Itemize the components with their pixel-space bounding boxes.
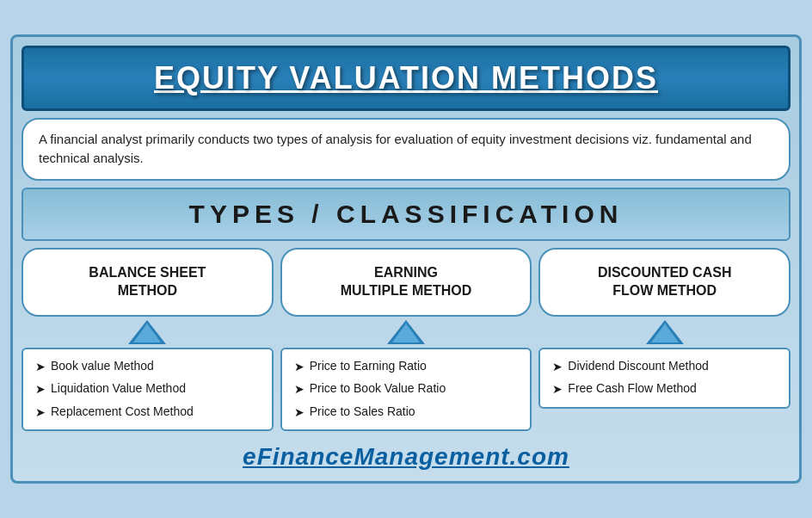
- method-box-dcf: DISCOUNTED CASHFLOW METHOD: [538, 248, 790, 317]
- list-item: ➤ Price to Earning Ratio: [294, 358, 519, 376]
- main-container: EQUITY VALUATION METHODS A financial ana…: [10, 34, 802, 484]
- arrow-earning-multiple: [280, 317, 532, 348]
- method-title-earning-multiple: EARNINGMULTIPLE METHOD: [341, 264, 472, 300]
- method-title-dcf: DISCOUNTED CASHFLOW METHOD: [598, 264, 732, 300]
- method-box-earning-multiple: EARNINGMULTIPLE METHOD: [280, 248, 532, 317]
- list-item: ➤ Replacement Cost Method: [35, 404, 260, 422]
- footer-text: eFinanceManagement.com: [243, 443, 569, 470]
- list-item: ➤ Free Cash Flow Method: [552, 380, 777, 398]
- column-dcf: DISCOUNTED CASHFLOW METHOD ➤ Dividend Di…: [538, 248, 790, 432]
- methods-section: BALANCE SHEETMETHOD ➤ Book value Method …: [22, 248, 790, 432]
- list-item: ➤ Liquidation Value Method: [35, 380, 260, 398]
- column-balance-sheet: BALANCE SHEETMETHOD ➤ Book value Method …: [22, 248, 274, 432]
- method-title-balance-sheet: BALANCE SHEETMETHOD: [89, 264, 206, 300]
- list-item: ➤ Dividend Discount Method: [552, 358, 777, 376]
- list-item: ➤ Price to Book Value Ratio: [294, 380, 519, 398]
- main-title: EQUITY VALUATION METHODS: [154, 60, 658, 96]
- arrow-up-icon: [128, 320, 166, 344]
- footer: eFinanceManagement.com: [22, 438, 790, 472]
- list-item: ➤ Price to Sales Ratio: [294, 404, 519, 422]
- list-item: ➤ Book value Method: [35, 358, 260, 376]
- column-earning-multiple: EARNINGMULTIPLE METHOD ➤ Price to Earnin…: [280, 248, 532, 432]
- description-text: A financial analyst primarily conducts t…: [39, 130, 773, 169]
- arrow-balance-sheet: [22, 317, 274, 348]
- arrow-up-icon: [387, 320, 425, 344]
- sub-box-earning-multiple: ➤ Price to Earning Ratio ➤ Price to Book…: [280, 348, 532, 432]
- method-box-balance-sheet: BALANCE SHEETMETHOD: [22, 248, 274, 317]
- sub-box-dcf: ➤ Dividend Discount Method ➤ Free Cash F…: [538, 348, 790, 409]
- arrow-dcf: [538, 317, 790, 348]
- title-box: EQUITY VALUATION METHODS: [22, 46, 790, 111]
- classification-box: TYPES / CLASSIFICATION: [22, 188, 790, 241]
- arrow-up-icon: [646, 320, 684, 344]
- classification-label: TYPES / CLASSIFICATION: [189, 200, 624, 228]
- sub-box-balance-sheet: ➤ Book value Method ➤ Liquidation Value …: [22, 348, 274, 432]
- description-box: A financial analyst primarily conducts t…: [22, 118, 790, 181]
